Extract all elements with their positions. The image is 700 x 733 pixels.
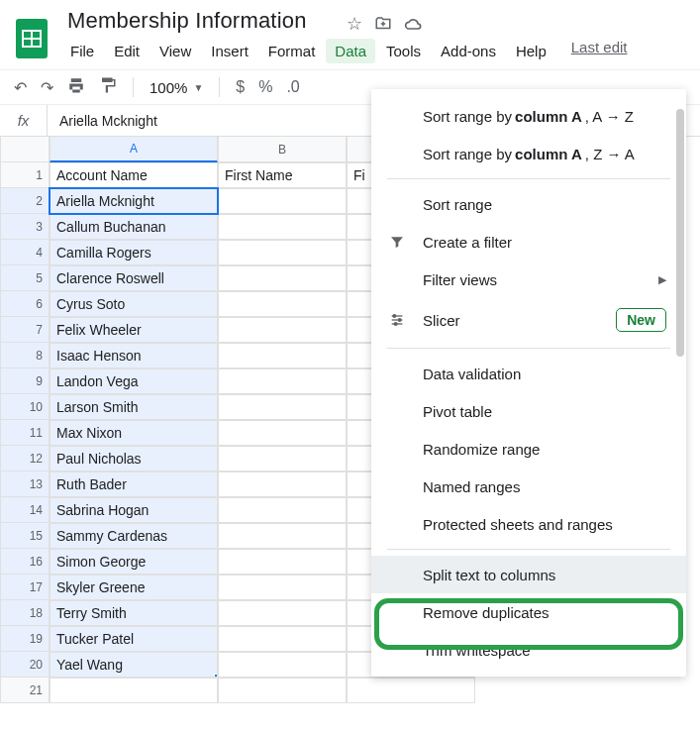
row-header[interactable]: 10 [0,394,50,420]
menu-data[interactable]: Data [326,39,375,63]
cell[interactable]: Callum Buchanan [50,214,218,240]
redo-icon[interactable]: ↷ [41,78,53,97]
cell[interactable]: Isaac Henson [50,343,218,368]
menu-pivot-table[interactable]: Pivot table [371,392,686,430]
cell[interactable]: Cyrus Soto [50,291,218,317]
row-header[interactable]: 7 [0,317,50,343]
row-header[interactable]: 21 [0,678,50,703]
print-icon[interactable] [67,76,85,98]
row-header[interactable]: 14 [0,497,50,523]
row-header[interactable]: 12 [0,446,50,471]
last-edit-link[interactable]: Last edit [571,39,628,63]
cell[interactable]: Landon Vega [50,368,218,394]
menu-addons[interactable]: Add-ons [432,39,505,63]
cell[interactable] [218,652,347,678]
cell[interactable] [218,471,347,497]
menu-remove-duplicates[interactable]: Remove duplicates [371,593,686,631]
cell[interactable]: Paul Nicholas [50,446,218,471]
menu-tools[interactable]: Tools [377,39,430,63]
cell[interactable]: Terry Smith [50,600,218,626]
menu-named-ranges[interactable]: Named ranges [371,468,686,505]
menu-trim-whitespace[interactable]: Trim whitespace [371,631,686,669]
star-icon[interactable]: ☆ [347,13,362,35]
cell[interactable] [218,368,347,394]
row-header[interactable]: 5 [0,265,50,291]
menu-file[interactable]: File [61,39,103,63]
cell[interactable]: Camilla Rogers [50,240,218,265]
paint-format-icon[interactable] [99,76,117,98]
row-header[interactable]: 18 [0,600,50,626]
menu-slicer[interactable]: Slicer New [371,298,686,342]
percent-format-icon[interactable]: % [258,78,272,96]
cell[interactable] [218,678,347,703]
cell[interactable]: Ruth Bader [50,471,218,497]
cell[interactable]: Tucker Patel [50,626,218,652]
cell[interactable]: Skyler Greene [50,575,218,600]
cell[interactable] [218,600,347,626]
cell[interactable] [218,188,347,214]
formula-content[interactable]: Ariella Mcknight [48,113,169,129]
cell[interactable]: Yael Wang [50,652,218,678]
cell[interactable] [218,420,347,446]
row-header[interactable]: 11 [0,420,50,446]
cell[interactable] [218,214,347,240]
menu-data-validation[interactable]: Data validation [371,355,686,392]
row-header[interactable]: 15 [0,523,50,549]
cell[interactable] [218,549,347,575]
cell[interactable] [218,265,347,291]
cell[interactable] [347,678,475,703]
menu-edit[interactable]: Edit [105,39,149,63]
menu-insert[interactable]: Insert [202,39,257,63]
row-header[interactable]: 17 [0,575,50,600]
row-header[interactable]: 16 [0,549,50,575]
cell[interactable] [50,678,218,703]
row-header[interactable]: 20 [0,652,50,678]
row-header[interactable]: 4 [0,240,50,265]
cell[interactable] [218,317,347,343]
decimal-format-icon[interactable]: .0 [286,78,299,96]
column-header-a[interactable]: A [50,137,218,162]
cell-active[interactable]: Ariella Mcknight [50,188,218,214]
menu-format[interactable]: Format [259,39,325,63]
cell[interactable]: Larson Smith [50,394,218,420]
row-header[interactable]: 3 [0,214,50,240]
zoom-select[interactable]: 100%▼ [150,79,203,96]
cell[interactable]: Clarence Roswell [50,265,218,291]
cell[interactable]: Felix Wheeler [50,317,218,343]
select-all-corner[interactable] [0,137,50,162]
menu-randomize-range[interactable]: Randomize range [371,430,686,468]
cell[interactable]: Max Nixon [50,420,218,446]
move-icon[interactable] [374,13,392,35]
undo-icon[interactable]: ↶ [14,78,27,97]
cloud-status-icon[interactable] [404,13,424,35]
row-header[interactable]: 2 [0,188,50,214]
cell[interactable] [218,626,347,652]
cell[interactable] [218,343,347,368]
menu-sort-za[interactable]: Sort range by column A, Z → A [371,135,686,172]
cell[interactable]: Sammy Cardenas [50,523,218,549]
cell[interactable] [218,497,347,523]
menu-sort-az[interactable]: Sort range by column A, A → Z [371,97,686,135]
currency-format-icon[interactable]: $ [236,78,245,96]
column-header-b[interactable]: B [218,137,347,162]
row-header[interactable]: 6 [0,291,50,317]
menu-create-filter[interactable]: Create a filter [371,223,686,261]
cell[interactable]: Sabrina Hogan [50,497,218,523]
row-header[interactable]: 8 [0,343,50,368]
cell[interactable] [218,446,347,471]
cell[interactable] [218,575,347,600]
cell[interactable] [218,523,347,549]
cell[interactable] [218,394,347,420]
menu-help[interactable]: Help [507,39,555,63]
row-header[interactable]: 1 [0,162,50,188]
selection-handle[interactable] [214,674,218,678]
cell[interactable]: First Name [218,162,347,188]
menu-filter-views[interactable]: Filter views ▶ [371,261,686,298]
menu-sort-range[interactable]: Sort range [371,185,686,223]
cell[interactable]: Account Name [50,162,218,188]
cell[interactable]: Simon George [50,549,218,575]
row-header[interactable]: 13 [0,471,50,497]
sheets-logo[interactable] [12,13,51,64]
cell[interactable] [218,240,347,265]
row-header[interactable]: 19 [0,626,50,652]
